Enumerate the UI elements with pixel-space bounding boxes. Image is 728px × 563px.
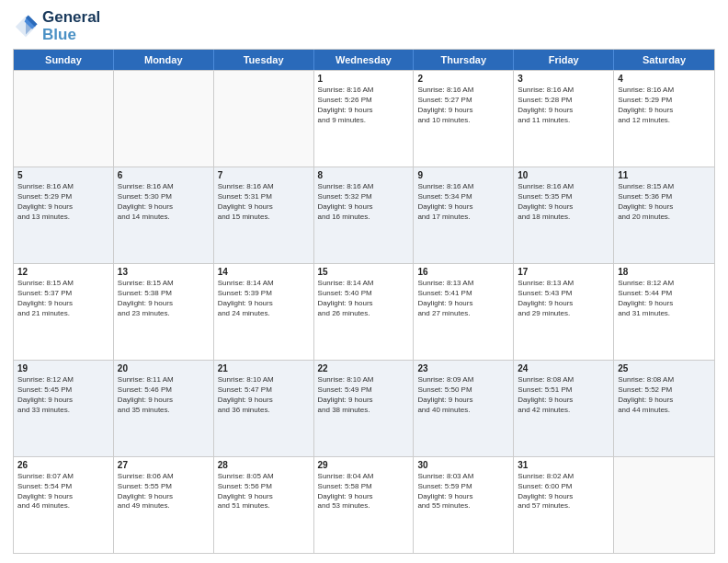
cell-line: Daylight: 9 hours — [618, 299, 711, 309]
cell-line: Sunset: 5:49 PM — [318, 385, 410, 396]
cell-line: Daylight: 9 hours — [417, 492, 509, 502]
calendar-cell: 18Sunrise: 8:12 AMSunset: 5:44 PMDayligh… — [614, 264, 714, 360]
cell-line: Sunset: 5:52 PM — [618, 385, 711, 396]
cell-line: Daylight: 9 hours — [218, 299, 310, 309]
day-number: 30 — [417, 460, 509, 470]
cell-line: and 57 minutes. — [518, 501, 609, 511]
cell-line: Sunrise: 8:15 AM — [618, 182, 711, 192]
weekday-header: Sunday — [14, 50, 114, 70]
calendar-row: 12Sunrise: 8:15 AMSunset: 5:37 PMDayligh… — [14, 263, 714, 360]
cell-line: Daylight: 9 hours — [118, 202, 210, 213]
calendar-cell: 28Sunrise: 8:05 AMSunset: 5:56 PMDayligh… — [214, 457, 314, 553]
cell-line: Sunrise: 8:14 AM — [318, 279, 410, 289]
header: General Blue — [13, 9, 715, 43]
cell-line: Sunrise: 8:16 AM — [318, 86, 410, 96]
logo: General Blue — [13, 9, 100, 43]
cell-line: Daylight: 9 hours — [618, 202, 711, 213]
cell-line: and 17 minutes. — [417, 213, 509, 223]
cell-line: Sunset: 5:56 PM — [218, 482, 310, 492]
cell-line: Sunrise: 8:03 AM — [417, 472, 509, 482]
cell-line: Sunrise: 8:16 AM — [518, 86, 609, 96]
calendar-cell: 22Sunrise: 8:10 AMSunset: 5:49 PMDayligh… — [314, 361, 415, 456]
cell-line: Sunrise: 8:13 AM — [417, 279, 509, 289]
cell-line: and 44 minutes. — [618, 406, 711, 416]
calendar-row: 5Sunrise: 8:16 AMSunset: 5:29 PMDaylight… — [14, 167, 714, 263]
cell-line: Sunset: 5:40 PM — [318, 289, 410, 299]
weekday-header: Wednesday — [314, 50, 415, 70]
cell-line: and 21 minutes. — [17, 309, 109, 319]
weekday-header: Saturday — [614, 50, 714, 70]
cell-line: Daylight: 9 hours — [218, 396, 310, 406]
calendar-cell: 1Sunrise: 8:16 AMSunset: 5:26 PMDaylight… — [314, 71, 415, 167]
cell-line: Sunset: 6:00 PM — [518, 482, 609, 492]
cell-line: and 38 minutes. — [318, 406, 410, 416]
calendar: SundayMondayTuesdayWednesdayThursdayFrid… — [13, 49, 715, 554]
calendar-cell: 24Sunrise: 8:08 AMSunset: 5:51 PMDayligh… — [514, 361, 614, 456]
cell-line: and 13 minutes. — [17, 213, 109, 223]
calendar-cell: 8Sunrise: 8:16 AMSunset: 5:32 PMDaylight… — [314, 167, 415, 263]
calendar-cell: 12Sunrise: 8:15 AMSunset: 5:37 PMDayligh… — [14, 264, 114, 360]
calendar-cell: 20Sunrise: 8:11 AMSunset: 5:46 PMDayligh… — [114, 361, 214, 456]
cell-line: Daylight: 9 hours — [218, 492, 310, 502]
calendar-cell: 7Sunrise: 8:16 AMSunset: 5:31 PMDaylight… — [214, 167, 314, 263]
cell-line: Sunrise: 8:11 AM — [118, 375, 210, 385]
cell-line: Sunrise: 8:07 AM — [17, 472, 109, 482]
cell-line: and 51 minutes. — [218, 501, 310, 511]
day-number: 25 — [618, 363, 711, 373]
logo-text: General Blue — [42, 9, 100, 43]
day-number: 16 — [417, 267, 509, 277]
cell-line: and 23 minutes. — [118, 309, 210, 319]
day-number: 26 — [17, 460, 109, 470]
calendar-cell: 6Sunrise: 8:16 AMSunset: 5:30 PMDaylight… — [114, 167, 214, 263]
cell-line: Sunset: 5:47 PM — [218, 385, 310, 396]
calendar-cell: 23Sunrise: 8:09 AMSunset: 5:50 PMDayligh… — [414, 361, 514, 456]
cell-line: Sunset: 5:39 PM — [218, 289, 310, 299]
cell-line: Sunrise: 8:04 AM — [318, 472, 410, 482]
cell-line: Sunset: 5:30 PM — [118, 192, 210, 202]
calendar-cell: 4Sunrise: 8:16 AMSunset: 5:29 PMDaylight… — [614, 71, 714, 167]
cell-line: Sunset: 5:31 PM — [218, 192, 310, 202]
day-number: 3 — [518, 74, 609, 84]
cell-line: Sunset: 5:45 PM — [17, 385, 109, 396]
empty-cell — [214, 71, 314, 167]
cell-line: Sunset: 5:46 PM — [118, 385, 210, 396]
cell-line: Daylight: 9 hours — [618, 106, 711, 116]
calendar-row: 19Sunrise: 8:12 AMSunset: 5:45 PMDayligh… — [14, 360, 714, 456]
cell-line: and 46 minutes. — [17, 501, 109, 511]
cell-line: and 40 minutes. — [417, 406, 509, 416]
cell-line: Sunset: 5:26 PM — [318, 96, 410, 106]
cell-line: Daylight: 9 hours — [17, 396, 109, 406]
cell-line: and 16 minutes. — [318, 213, 410, 223]
cell-line: Sunset: 5:38 PM — [118, 289, 210, 299]
cell-line: and 49 minutes. — [118, 501, 210, 511]
calendar-cell: 2Sunrise: 8:16 AMSunset: 5:27 PMDaylight… — [414, 71, 514, 167]
cell-line: and 15 minutes. — [218, 213, 310, 223]
cell-line: Sunrise: 8:16 AM — [318, 182, 410, 192]
cell-line: Sunset: 5:50 PM — [417, 385, 509, 396]
cell-line: Daylight: 9 hours — [118, 299, 210, 309]
day-number: 15 — [318, 267, 410, 277]
calendar-cell: 21Sunrise: 8:10 AMSunset: 5:47 PMDayligh… — [214, 361, 314, 456]
cell-line: Daylight: 9 hours — [518, 202, 609, 213]
cell-line: Daylight: 9 hours — [17, 202, 109, 213]
weekday-header: Monday — [114, 50, 214, 70]
cell-line: Daylight: 9 hours — [318, 396, 410, 406]
day-number: 23 — [417, 363, 509, 373]
cell-line: Daylight: 9 hours — [618, 396, 711, 406]
cell-line: Sunrise: 8:16 AM — [417, 182, 509, 192]
cell-line: Sunset: 5:51 PM — [518, 385, 609, 396]
cell-line: Sunrise: 8:15 AM — [118, 279, 210, 289]
cell-line: and 42 minutes. — [518, 406, 609, 416]
day-number: 9 — [417, 170, 509, 180]
cell-line: and 53 minutes. — [318, 501, 410, 511]
cell-line: Sunset: 5:34 PM — [417, 192, 509, 202]
cell-line: Daylight: 9 hours — [417, 106, 509, 116]
day-number: 8 — [318, 170, 410, 180]
cell-line: and 20 minutes. — [618, 213, 711, 223]
cell-line: Sunrise: 8:13 AM — [518, 279, 609, 289]
cell-line: Sunset: 5:55 PM — [118, 482, 210, 492]
calendar-cell: 14Sunrise: 8:14 AMSunset: 5:39 PMDayligh… — [214, 264, 314, 360]
calendar-cell: 29Sunrise: 8:04 AMSunset: 5:58 PMDayligh… — [314, 457, 415, 553]
cell-line: Sunrise: 8:16 AM — [417, 86, 509, 96]
cell-line: and 29 minutes. — [518, 309, 609, 319]
